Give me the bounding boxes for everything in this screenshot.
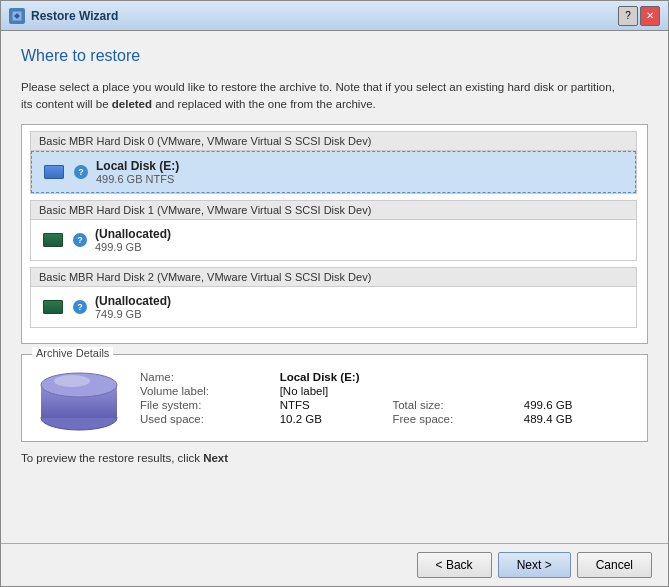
- preview-note: To preview the restore results, click Ne…: [21, 452, 648, 464]
- desc-line1: Please select a place you would like to …: [21, 81, 615, 93]
- archive-content: Name: Local Disk (E:) Volume label: [No …: [34, 363, 635, 433]
- app-icon: [9, 8, 25, 24]
- disk-group-2-header: Basic MBR Hard Disk 2 (VMware, VMware Vi…: [31, 268, 636, 287]
- free-label: Free space:: [392, 413, 515, 425]
- disk-info-0-0: Local Disk (E:) 499.6 GB NTFS: [96, 159, 179, 185]
- archive-details: Archive Details: [21, 354, 648, 442]
- footer: < Back Next > Cancel: [1, 543, 668, 586]
- archive-details-legend: Archive Details: [32, 347, 113, 359]
- name-value: Local Disk (E:): [280, 371, 635, 383]
- title-bar: Restore Wizard ? ✕: [1, 1, 668, 31]
- used-label: Used space:: [140, 413, 272, 425]
- free-value: 489.4 GB: [524, 413, 635, 425]
- total-label: Total size:: [392, 399, 515, 411]
- help-button[interactable]: ?: [618, 6, 638, 26]
- svg-point-5: [54, 375, 90, 387]
- name-label: Name:: [140, 371, 272, 383]
- disk-graphic: [34, 363, 124, 433]
- disk-list-scroll[interactable]: Basic MBR Hard Disk 0 (VMware, VMware Vi…: [22, 125, 647, 343]
- disk-size: 499.6 GB NTFS: [96, 173, 179, 185]
- content-area: Where to restore Please select a place y…: [1, 31, 668, 543]
- disk-icon-2-0: [41, 293, 65, 321]
- page-title: Where to restore: [21, 47, 648, 65]
- title-bar-left: Restore Wizard: [9, 8, 118, 24]
- filesystem-label: File system:: [140, 399, 272, 411]
- desc-line3: and replaced with the one from the archi…: [152, 98, 376, 110]
- preview-note-bold: Next: [203, 452, 228, 464]
- disk-icon-1-0: [41, 226, 65, 254]
- disk-bar-unallocated-2: [43, 300, 63, 314]
- volume-label: Volume label:: [140, 385, 272, 397]
- title-bar-controls: ? ✕: [618, 6, 660, 26]
- disk-group-1-header: Basic MBR Hard Disk 1 (VMware, VMware Vi…: [31, 201, 636, 220]
- desc-deleted: deleted: [112, 98, 152, 110]
- next-button[interactable]: Next >: [498, 552, 571, 578]
- disk-bar-unallocated: [43, 233, 63, 247]
- close-button[interactable]: ✕: [640, 6, 660, 26]
- back-button[interactable]: < Back: [417, 552, 492, 578]
- filesystem-value: NTFS: [280, 399, 385, 411]
- question-badge-2: ?: [73, 300, 87, 314]
- preview-note-text: To preview the restore results, click: [21, 452, 203, 464]
- disk-group-1: Basic MBR Hard Disk 1 (VMware, VMware Vi…: [30, 200, 637, 261]
- disk-name: Local Disk (E:): [96, 159, 179, 173]
- window-title: Restore Wizard: [31, 9, 118, 23]
- disk-bar: [44, 165, 64, 179]
- disk-group-2: Basic MBR Hard Disk 2 (VMware, VMware Vi…: [30, 267, 637, 328]
- disk-name-1: (Unallocated): [95, 227, 171, 241]
- total-value: 499.6 GB: [524, 399, 635, 411]
- disk-group-0-header: Basic MBR Hard Disk 0 (VMware, VMware Vi…: [31, 132, 636, 151]
- archive-table: Name: Local Disk (E:) Volume label: [No …: [140, 371, 635, 425]
- disk-icon-0-0: [42, 158, 66, 186]
- disk-name-2: (Unallocated): [95, 294, 171, 308]
- disk-list-container: Basic MBR Hard Disk 0 (VMware, VMware Vi…: [21, 124, 648, 344]
- disk-item-0-0[interactable]: ? Local Disk (E:) 499.6 GB NTFS: [31, 151, 636, 193]
- disk-size-2: 749.9 GB: [95, 308, 171, 320]
- desc-line2: its content will be: [21, 98, 112, 110]
- disk-info-2-0: (Unallocated) 749.9 GB: [95, 294, 171, 320]
- disk-item-2-0[interactable]: ? (Unallocated) 749.9 GB: [31, 287, 636, 327]
- used-value: 10.2 GB: [280, 413, 385, 425]
- disk-size-1: 499.9 GB: [95, 241, 171, 253]
- disk-info-1-0: (Unallocated) 499.9 GB: [95, 227, 171, 253]
- disk-item-1-0[interactable]: ? (Unallocated) 499.9 GB: [31, 220, 636, 260]
- volume-value: [No label]: [280, 385, 635, 397]
- restore-wizard-window: Restore Wizard ? ✕ Where to restore Plea…: [0, 0, 669, 587]
- description: Please select a place you would like to …: [21, 79, 648, 114]
- question-badge-1: ?: [73, 233, 87, 247]
- disk-group-0: Basic MBR Hard Disk 0 (VMware, VMware Vi…: [30, 131, 637, 194]
- question-badge: ?: [74, 165, 88, 179]
- cancel-button[interactable]: Cancel: [577, 552, 652, 578]
